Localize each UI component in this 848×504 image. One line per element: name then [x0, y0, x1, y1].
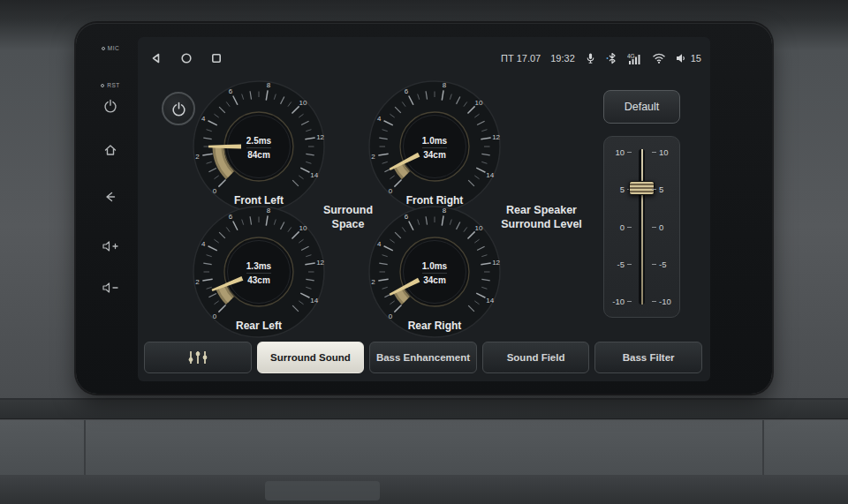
- surround-level-slider[interactable]: 10 5 0 -5 -10 10 5 0 -5 -10: [603, 136, 680, 318]
- volume-up-button-physical[interactable]: [91, 240, 130, 252]
- slider-handle[interactable]: [629, 181, 655, 195]
- tab-surround-sound[interactable]: Surround Sound: [257, 342, 365, 373]
- svg-text:14: 14: [310, 171, 318, 179]
- tick-dash: [652, 301, 656, 302]
- back-arrow-icon: [103, 190, 117, 204]
- mic-hole: [102, 47, 105, 50]
- tick-label: 0: [610, 222, 625, 232]
- tick-dash: [627, 227, 632, 228]
- volume-down-button-physical[interactable]: [91, 282, 130, 294]
- power-icon: [171, 102, 186, 117]
- svg-text:2: 2: [371, 278, 375, 286]
- svg-text:1.3ms: 1.3ms: [246, 261, 272, 271]
- nav-buttons: [150, 52, 223, 64]
- svg-text:14: 14: [310, 297, 318, 305]
- svg-text:4: 4: [201, 115, 206, 123]
- head-unit: MIC RST: [76, 23, 772, 394]
- bluetooth-icon: [606, 52, 617, 64]
- home-button-physical[interactable]: [91, 143, 130, 157]
- volume-icon: [676, 53, 686, 64]
- svg-text:8: 8: [443, 81, 447, 89]
- tick-label: -5: [659, 260, 673, 269]
- status-bar: ПТ 17.07 19:32 4G 15: [150, 48, 701, 69]
- default-button[interactable]: Default: [603, 90, 680, 124]
- svg-text:14: 14: [486, 297, 494, 305]
- tick-label: -5: [610, 260, 625, 269]
- dashboard-seam-right: [762, 420, 764, 475]
- equalizer-icon: [186, 350, 209, 365]
- tab-equalizer[interactable]: [144, 342, 252, 373]
- tick-label: -10: [659, 297, 673, 306]
- svg-text:12: 12: [492, 259, 500, 267]
- power-button-physical[interactable]: [91, 99, 130, 113]
- tick-label: 5: [659, 184, 673, 194]
- tick-dash: [652, 189, 656, 190]
- svg-text:4: 4: [377, 240, 382, 248]
- tab-sound-field[interactable]: Sound Field: [482, 342, 590, 373]
- rear-speaker-surround-level-label: Rear Speaker Surround Level: [485, 203, 598, 232]
- svg-text:2: 2: [195, 153, 200, 161]
- svg-text:8: 8: [443, 207, 447, 214]
- reset-hole-label: RST: [91, 82, 130, 88]
- svg-text:6: 6: [229, 87, 233, 95]
- mic-hole-label: MIC: [91, 45, 130, 51]
- svg-text:8: 8: [267, 207, 271, 214]
- sound-settings-tabbar: Surround Sound Bass Enhancement Sound Fi…: [144, 342, 702, 373]
- reset-label: RST: [107, 82, 120, 88]
- nav-back-button[interactable]: [150, 52, 163, 64]
- svg-text:84cm: 84cm: [247, 150, 270, 160]
- wifi-icon: [652, 53, 666, 64]
- svg-text:14: 14: [486, 171, 494, 179]
- svg-text:12: 12: [316, 259, 324, 267]
- svg-text:4: 4: [201, 240, 206, 248]
- tick-dash: [652, 227, 656, 228]
- svg-text:10: 10: [474, 224, 482, 232]
- svg-text:10: 10: [474, 99, 482, 107]
- svg-text:1.0ms: 1.0ms: [422, 261, 448, 271]
- volume-down-icon: [102, 282, 119, 294]
- slider-scale-right: 10 5 0 -5 -10: [652, 147, 673, 306]
- tick-dash: [652, 264, 656, 265]
- tick-dash: [652, 152, 656, 153]
- tick-label: -10: [610, 297, 625, 306]
- dashboard-seam-left: [84, 420, 86, 475]
- svg-text:2: 2: [371, 153, 375, 161]
- slider-track[interactable]: [639, 149, 645, 305]
- volume-up-icon: [102, 240, 119, 252]
- front-right-delay-knob[interactable]: 024681012141.0ms34cm Front Right: [364, 76, 505, 217]
- dashboard-lower-panel: [0, 420, 848, 475]
- svg-text:34cm: 34cm: [423, 275, 446, 285]
- svg-text:6: 6: [405, 213, 409, 221]
- svg-text:4: 4: [377, 115, 382, 123]
- tick-dash: [627, 301, 632, 302]
- tab-bass-enhancement[interactable]: Bass Enhancement: [369, 342, 477, 373]
- dashboard-inset: [265, 481, 380, 500]
- dashboard-trim-groove: [0, 400, 848, 419]
- volume-level: 15: [691, 53, 701, 64]
- network-label: 4G: [627, 53, 635, 59]
- svg-text:8: 8: [267, 81, 271, 89]
- tick-label: 0: [659, 222, 673, 232]
- slider-scale-left: 10 5 0 -5 -10: [610, 147, 632, 306]
- dashboard-bottom-band: [0, 475, 848, 504]
- front-left-delay-knob[interactable]: 024681012142.5ms84cm Front Left: [188, 76, 329, 217]
- tick-label: 10: [610, 147, 625, 157]
- tick-dash: [627, 152, 632, 153]
- reset-hole: [101, 84, 104, 87]
- rear-right-label: Rear Right: [364, 320, 505, 332]
- tick-dash: [627, 264, 632, 265]
- svg-text:12: 12: [492, 133, 500, 141]
- nav-home-button[interactable]: [180, 52, 193, 64]
- svg-text:10: 10: [299, 99, 307, 107]
- svg-text:6: 6: [229, 213, 233, 221]
- status-time: 19:32: [550, 53, 575, 64]
- nav-recents-button[interactable]: [210, 52, 223, 64]
- mic-label: MIC: [108, 45, 119, 51]
- status-date: ПТ 17.07: [501, 53, 541, 64]
- tab-bass-filter[interactable]: Bass Filter: [594, 342, 702, 373]
- surround-space-label: Surround Space: [307, 203, 390, 232]
- back-button-physical[interactable]: [91, 190, 130, 204]
- tick-label: 5: [610, 184, 625, 194]
- home-icon: [103, 143, 117, 157]
- svg-text:34cm: 34cm: [423, 150, 446, 160]
